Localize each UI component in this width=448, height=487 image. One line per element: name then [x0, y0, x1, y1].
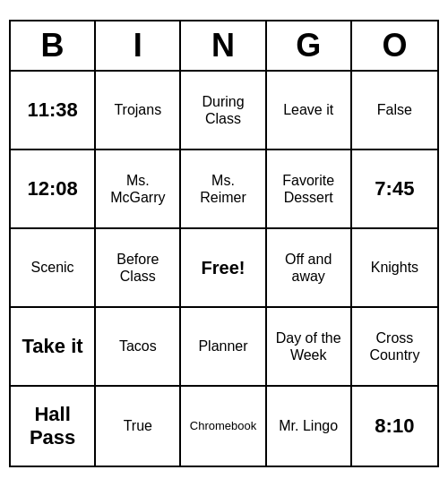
bingo-cell: Day of the Week [267, 308, 352, 387]
bingo-cell: Tacos [96, 308, 181, 387]
bingo-cell: Off and away [267, 229, 352, 308]
header-g: G [267, 21, 352, 70]
bingo-cell: Knights [352, 229, 437, 308]
bingo-cell: Before Class [96, 229, 181, 308]
bingo-grid: 11:38TrojansDuring ClassLeave itFalse12:… [11, 72, 437, 466]
bingo-cell: Free! [181, 229, 266, 308]
bingo-cell: Favorite Dessert [267, 150, 352, 229]
bingo-cell: Ms. McGarry [96, 150, 181, 229]
bingo-cell: 12:08 [11, 150, 96, 229]
bingo-cell: Mr. Lingo [267, 387, 352, 466]
bingo-cell: During Class [181, 72, 266, 150]
bingo-cell: Leave it [267, 72, 352, 150]
bingo-cell: Chromebook [181, 387, 266, 466]
bingo-cell: Take it [11, 308, 96, 387]
header-b: B [11, 21, 96, 70]
bingo-cell: Hall Pass [11, 387, 96, 466]
header-i: I [96, 21, 181, 70]
header-n: N [181, 21, 266, 70]
bingo-cell: False [352, 72, 437, 150]
bingo-cell: True [96, 387, 181, 466]
bingo-header: B I N G O [11, 21, 437, 72]
bingo-cell: 7:45 [352, 150, 437, 229]
bingo-cell: Cross Country [352, 308, 437, 387]
bingo-cell: Trojans [96, 72, 181, 150]
bingo-cell: Ms. Reimer [181, 150, 266, 229]
bingo-cell: 8:10 [352, 387, 437, 466]
bingo-cell: Planner [181, 308, 266, 387]
bingo-cell: Scenic [11, 229, 96, 308]
bingo-card: B I N G O 11:38TrojansDuring ClassLeave … [9, 20, 439, 467]
bingo-cell: 11:38 [11, 72, 96, 150]
header-o: O [352, 21, 437, 70]
